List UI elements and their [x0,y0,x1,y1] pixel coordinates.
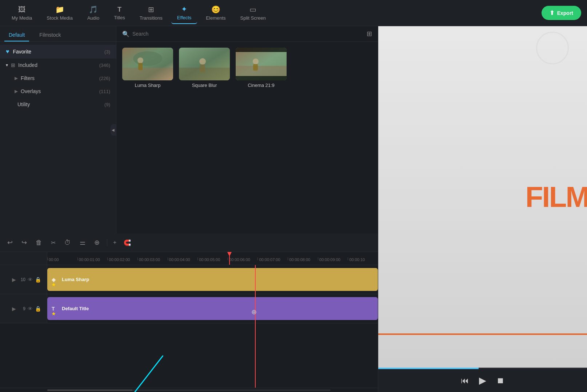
track-9-content[interactable]: T Default Title ★ [47,294,378,323]
nav-stock-media[interactable]: 📁 Stock Media [41,2,79,24]
search-input[interactable] [132,31,364,37]
nav-my-media[interactable]: 🖼 My Media [6,3,38,24]
nav-split-screen[interactable]: ▭ Split Screen [235,2,272,24]
sidebar: Default Filmstock ♥ Favorite (3) [0,26,116,233]
prev-frame-button[interactable]: ⏮ [459,375,470,387]
ts-10: 00:00:10 [348,257,378,262]
sidebar-item-overlays[interactable]: ▶ Overlays (111) [0,85,116,98]
nav-audio[interactable]: 🎵 Audio [81,2,105,24]
sidebar-collapse-btn[interactable]: ◀ [110,124,116,136]
track-9-label: ▶ 9 👁 🔒 [0,294,47,323]
track-lock-icon[interactable]: 🔒 [35,277,41,283]
track-10-label: ▶ 10 👁 🔒 [0,265,47,294]
effect-thumb-luma-sharp [122,48,173,80]
preview-progress-bar[interactable] [378,368,587,369]
timeline-container: ↩ ↪ 🗑 ✂ ⏱ ⚌ ⊕ + 🧲 00:00 00:00:01:00 00 [0,233,378,392]
timeline-scrollbar[interactable] [0,388,378,392]
scrollbar-thumb[interactable] [47,389,132,391]
ts-7: 00:00:07:00 [257,257,288,262]
default-title-clip-icon: T [52,306,55,312]
track-10-controls: ▶ 10 👁 🔒 [12,277,41,283]
sidebar-item-filters[interactable]: ▶ Filters (226) [0,72,116,85]
duration-button[interactable]: ⏱ [63,237,72,248]
table-row: ▶ 10 👁 🔒 ◈ Luma Sharp ★ [0,265,378,294]
sidebar-filters-count: (226) [99,76,110,81]
redo-button[interactable]: ↪ [20,237,28,248]
effect-thumb-square-blur [179,48,230,80]
filters-chevron-icon: ▶ [15,76,18,81]
play-pause-button[interactable]: ▶ [478,373,488,388]
track-eye-icon[interactable]: 👁 [28,277,33,283]
nav-transitions[interactable]: ⊞ Transitions [134,2,168,24]
default-title-sub-icon: ★ [52,311,56,316]
effect-thumb-cinema-219 [236,48,287,80]
my-media-icon: 🖼 [18,5,25,14]
default-title-clip[interactable]: T Default Title ★ [47,297,378,320]
svg-point-13 [253,59,259,64]
preview-screen: FILM [378,26,587,368]
titles-icon: T [117,6,121,13]
sidebar-item-included[interactable]: ▾ ⊞ Included (346) [0,59,116,72]
track-9-video-icon: ▶ [12,306,16,312]
add-track-button[interactable]: + [113,239,116,246]
effects-icon: ✦ [181,5,187,13]
luma-sharp-sub-icon: ★ [52,282,56,287]
grid-view-toggle[interactable]: ⊞ [367,30,372,38]
sidebar-utility-label: Utility [17,101,30,107]
tab-filmstock[interactable]: Filmstock [35,29,65,41]
toolbar-separator [107,239,107,246]
preview-filmstock-text: FILM [525,180,587,214]
tab-default[interactable]: Default [4,29,29,41]
track-9-eye-icon[interactable]: 👁 [28,306,33,312]
search-bar: 🔍 ⊞ [116,26,378,42]
preview-orange-bar [378,333,587,335]
nav-elements[interactable]: 😊 Elements [200,2,231,24]
transitions-icon: ⊞ [148,5,154,14]
track-10-content[interactable]: ◈ Luma Sharp ★ [47,265,378,294]
track-9-lock-icon[interactable]: 🔒 [35,306,41,312]
export-button[interactable]: ⬆ Export [542,6,581,20]
sidebar-favorite-count: (3) [104,49,110,55]
ruler-timestamps: 00:00 00:00:01:00 00:00:02:00 00:00:03:0… [47,252,378,263]
effect-card-cinema-219[interactable]: Cinema 21:9 [236,48,287,88]
luma-sharp-clip[interactable]: ◈ Luma Sharp ★ [47,268,378,291]
effects-content: 🔍 ⊞ [116,26,378,233]
preview-panel: FILM ⏮ ▶ ⏹ [378,26,587,392]
scrollbar-track [47,389,331,391]
top-nav: 🖼 My Media 📁 Stock Media 🎵 Audio T Title… [0,0,587,26]
undo-button[interactable]: ↩ [6,237,14,248]
svg-point-2 [133,51,162,66]
overlays-chevron-icon: ▶ [15,89,18,94]
delete-button[interactable]: 🗑 [34,237,44,248]
cinema-219-thumb-svg [236,48,287,80]
ruler-marks-area[interactable]: 00:00 00:00:01:00 00:00:02:00 00:00:03:0… [47,252,378,265]
nav-elements-label: Elements [206,15,225,21]
crop-button[interactable]: ⊕ [93,237,101,248]
split-screen-icon: ▭ [249,5,256,14]
elements-icon: 😊 [211,5,220,14]
nav-effects[interactable]: ✦ Effects [171,2,197,24]
sidebar-overlays-count: (111) [99,89,110,94]
square-blur-label: Square Blur [179,83,230,88]
svg-point-7 [199,58,206,65]
sidebar-item-utility[interactable]: Utility (9) [0,98,116,111]
preview-background: FILM [378,26,587,368]
export-label: Export [557,10,573,16]
effect-card-luma-sharp[interactable]: Luma Sharp [122,48,173,88]
split-button[interactable]: ✂ [49,238,57,248]
stop-button[interactable]: ⏹ [495,375,506,387]
nav-titles-label: Titles [114,15,125,20]
ts-6: 00:00:06:00 [228,257,258,262]
luma-sharp-thumb-svg [122,48,173,80]
stock-media-icon: 📁 [55,5,64,14]
magnet-button[interactable]: 🧲 [124,239,131,246]
nav-effects-label: Effects [177,15,192,20]
adjust-button[interactable]: ⚌ [78,237,87,248]
sidebar-item-favorite[interactable]: ♥ Favorite (3) [0,45,116,59]
svg-rect-12 [236,66,287,76]
effect-card-square-blur[interactable]: Square Blur [179,48,230,88]
nav-titles[interactable]: T Titles [108,3,131,23]
svg-rect-8 [200,64,205,72]
track-video-icon: ▶ [12,277,16,283]
export-icon: ⬆ [550,9,554,16]
